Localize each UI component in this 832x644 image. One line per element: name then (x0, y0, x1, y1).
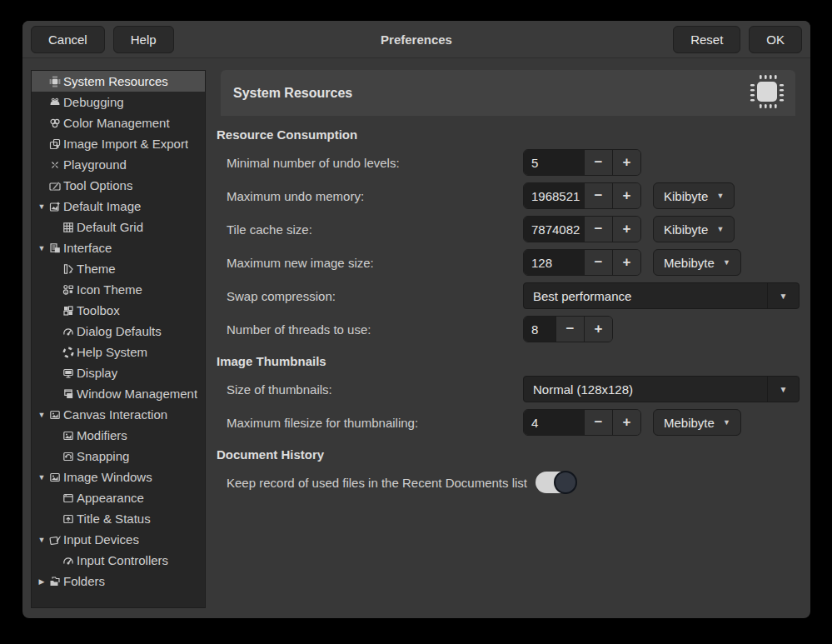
sidebar-item-help-system[interactable]: Help System (32, 342, 205, 362)
sidebar-item-image-windows[interactable]: ▼Image Windows (32, 467, 205, 487)
sidebar-item-toolbox[interactable]: Toolbox (32, 300, 205, 321)
unit-dropdown[interactable]: Mebibyte▼ (653, 249, 741, 276)
theme-icon (62, 262, 75, 276)
minus-icon[interactable]: − (555, 317, 584, 342)
sidebar-item-tool-options[interactable]: Tool Options (32, 175, 205, 196)
titlebar: Cancel Help Preferences Reset OK (22, 21, 810, 58)
section-heading: Resource Consumption (217, 127, 800, 142)
sidebar-item-folders[interactable]: ▶Folders (32, 571, 205, 592)
field-label: Swap compression: (227, 289, 523, 303)
sidebar-item-title-status[interactable]: Title & Status (32, 508, 205, 529)
expander-closed-icon[interactable]: ▶ (35, 577, 48, 586)
combobox[interactable]: Best performance▼ (523, 282, 800, 309)
spin-value-input[interactable]: 5 (524, 150, 584, 175)
unit-dropdown[interactable]: Mebibyte▼ (653, 409, 741, 436)
unit-label: Mebibyte (664, 416, 715, 430)
sidebar-item-theme[interactable]: Theme (32, 258, 205, 279)
form-row: Maximum new image size:128−+Mebibyte▼ (227, 249, 800, 276)
sidebar-item-canvas-interaction[interactable]: ▼Canvas Interaction (32, 404, 205, 425)
toggle-switch[interactable] (536, 472, 575, 493)
input-controllers-icon (62, 554, 75, 567)
plus-icon[interactable]: + (612, 410, 640, 435)
sidebar-item-window-management[interactable]: Window Management (32, 383, 205, 404)
expander-open-icon[interactable]: ▼ (35, 244, 48, 252)
unit-dropdown[interactable]: Kibibyte▼ (653, 216, 735, 242)
minus-icon[interactable]: − (584, 250, 612, 275)
sidebar-item-image-import-export[interactable]: Image Import & Export (32, 133, 205, 154)
sidebar-item-input-controllers[interactable]: Input Controllers (32, 550, 205, 571)
sidebar-item-label: Color Management (63, 116, 170, 130)
interface-icon (48, 242, 62, 255)
spinbutton: 8−+ (523, 316, 613, 342)
sidebar-item-modifiers[interactable]: Modifiers (32, 425, 205, 446)
unit-label: Kibibyte (664, 222, 708, 237)
snapping-icon (62, 450, 75, 463)
sidebar-item-label: Window Management (77, 387, 197, 401)
sidebar-item-interface[interactable]: ▼Interface (32, 237, 205, 258)
toggle-knob (554, 471, 577, 494)
ok-button[interactable]: OK (749, 26, 802, 53)
form-row: Tile cache size:7874082−+Kibibyte▼ (227, 216, 800, 242)
window-management-icon (62, 387, 75, 401)
spin-value-input[interactable]: 128 (524, 250, 584, 275)
plus-icon[interactable]: + (612, 183, 640, 208)
sidebar-item-snapping[interactable]: Snapping (32, 446, 205, 467)
sidebar-item-system-resources[interactable]: System Resources (32, 71, 205, 92)
combobox[interactable]: Normal (128x128)▼ (523, 376, 800, 402)
section-heading: Document History (217, 447, 800, 462)
color-circles-icon (48, 117, 62, 130)
help-button[interactable]: Help (113, 26, 174, 53)
minus-icon[interactable]: − (584, 183, 612, 208)
field-label: Maximum undo memory: (227, 189, 523, 203)
plus-icon[interactable]: + (612, 217, 640, 242)
unit-dropdown[interactable]: Kibibyte▼ (653, 182, 735, 209)
spin-value-input[interactable]: 4 (524, 410, 584, 435)
expander-open-icon[interactable]: ▼ (35, 536, 48, 544)
sidebar-item-default-image[interactable]: ▼Default Image (32, 196, 205, 217)
sidebar-item-label: Image Windows (63, 470, 152, 484)
sidebar-item-default-grid[interactable]: Default Grid (32, 217, 205, 237)
help-system-icon (62, 346, 75, 359)
icon-theme-icon (62, 283, 75, 297)
form-row: Size of thumbnails:Normal (128x128)▼ (227, 376, 800, 402)
form-row: Swap compression:Best performance▼ (227, 282, 800, 309)
unit-label: Mebibyte (664, 256, 715, 270)
cancel-button[interactable]: Cancel (31, 26, 105, 53)
sidebar-item-label: Debugging (63, 95, 124, 109)
field-label: Minimal number of undo levels: (227, 156, 523, 170)
image-import-export-icon (48, 137, 62, 151)
reset-button[interactable]: Reset (673, 26, 740, 53)
sidebar-item-icon-theme[interactable]: Icon Theme (32, 279, 205, 300)
spin-value-input[interactable]: 7874082 (524, 217, 584, 242)
field-label: Size of thumbnails: (227, 382, 523, 397)
folders-icon (48, 575, 62, 588)
plus-icon[interactable]: + (584, 317, 612, 342)
expander-open-icon[interactable]: ▼ (35, 202, 48, 211)
form-row: Maximum undo memory:1968521−+Kibibyte▼ (227, 182, 800, 209)
appearance-icon (62, 492, 75, 505)
section-heading: Image Thumbnails (217, 354, 800, 368)
sidebar-item-color-management[interactable]: Color Management (32, 112, 205, 133)
sidebar-item-input-devices[interactable]: ▼Input Devices (32, 529, 205, 550)
sidebar-item-debugging[interactable]: Debugging (32, 92, 205, 112)
chevron-down-icon: ▼ (723, 258, 730, 267)
spin-value-input[interactable]: 8 (524, 317, 555, 342)
sidebar-item-dialog-defaults[interactable]: Dialog Defaults (32, 321, 205, 342)
sidebar-item-display[interactable]: Display (32, 362, 205, 383)
form-row: Keep record of used files in the Recent … (227, 469, 800, 496)
plus-icon[interactable]: + (612, 150, 640, 175)
sidebar-item-label: Interface (63, 241, 112, 255)
expander-open-icon[interactable]: ▼ (35, 411, 48, 419)
combobox-selected-value: Normal (128x128) (524, 382, 767, 397)
image-windows-icon (48, 471, 62, 484)
field-label: Maximum new image size: (227, 256, 523, 270)
minus-icon[interactable]: − (584, 150, 612, 175)
expander-open-icon[interactable]: ▼ (35, 473, 48, 482)
minus-icon[interactable]: − (584, 217, 612, 242)
minus-icon[interactable]: − (584, 410, 612, 435)
plus-icon[interactable]: + (612, 250, 640, 275)
sidebar-item-playground[interactable]: Playground (32, 154, 205, 175)
preferences-dialog: Cancel Help Preferences Reset OK System … (22, 21, 810, 618)
spin-value-input[interactable]: 1968521 (524, 183, 584, 208)
sidebar-item-appearance[interactable]: Appearance (32, 487, 205, 508)
